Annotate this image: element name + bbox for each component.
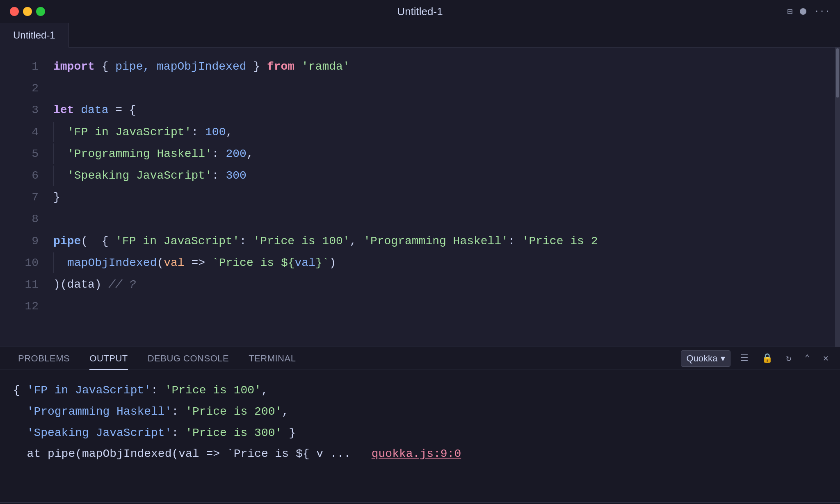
tab-terminal[interactable]: TERMINAL (239, 347, 306, 370)
code-line: pipe( { 'FP in JavaScript': 'Price is 10… (53, 230, 840, 252)
code-token: 'ramda' (301, 56, 350, 77)
code-token: pipe (53, 230, 81, 252)
notifications-icon[interactable]: 👤 (790, 503, 810, 504)
code-token: : (212, 143, 226, 165)
output-line: 'Programming Haskell': 'Price is 200', (13, 401, 827, 422)
code-token: = { (108, 99, 136, 121)
close-panel-icon[interactable]: ✕ (820, 351, 832, 366)
code-token: { (95, 56, 115, 77)
tab-debug-console[interactable]: DEBUG CONSOLE (138, 347, 239, 370)
title-bar-actions: ⊟ ··· (787, 6, 830, 17)
encoding[interactable]: UTF-8 (634, 503, 667, 504)
code-token: 'Programming Haskell' (67, 143, 212, 165)
tab-output[interactable]: OUTPUT (80, 347, 137, 370)
status-bar: ⊗ 0 △ 0 Quokka ↻ Initializing JS/TS lang… (0, 502, 840, 504)
indent-guide (53, 122, 54, 142)
code-line: 'FP in JavaScript': 100, (53, 121, 840, 143)
code-token: : (191, 121, 205, 143)
lock-icon[interactable]: 🔒 (758, 351, 776, 366)
output-line: { 'FP in JavaScript': 'Price is 100', (13, 380, 827, 401)
code-token: } (247, 56, 267, 77)
code-line: let data = { (53, 99, 840, 121)
code-token: val (295, 252, 315, 274)
code-token: , (226, 121, 233, 143)
code-line (53, 77, 840, 99)
status-dot (800, 8, 806, 15)
code-token: mapObjIndexed (67, 252, 157, 274)
code-line: import { pipe, mapObjIndexed } from 'ram… (53, 56, 840, 77)
quokka-link[interactable]: quokka.js:9:0 (372, 447, 461, 460)
quokka-status[interactable]: Quokka (52, 503, 90, 504)
panel: PROBLEMS OUTPUT DEBUG CONSOLE TERMINAL Q… (0, 347, 840, 502)
panel-actions: Quokka ▾ ☰ 🔒 ↻ ⌃ ✕ (681, 350, 832, 367)
status-bar-right: Ln 12, Col 1 Spaces: 2 UTF-8 LF JavaScri… (534, 503, 830, 504)
code-token: 'Speaking JavaScript' (67, 165, 212, 186)
code-token: } (53, 186, 60, 208)
code-token: `Price is ${ (212, 252, 295, 274)
quokka-timing: ✓ 251.01ms (735, 503, 790, 504)
code-token: val (164, 252, 184, 274)
more-actions-icon[interactable]: ··· (814, 7, 830, 17)
editor-tab[interactable]: Untitled-1 (0, 23, 69, 48)
cursor-position[interactable]: Ln 12, Col 1 (534, 503, 588, 504)
code-token (294, 56, 301, 77)
output-source-dropdown[interactable]: Quokka ▾ (681, 350, 730, 367)
code-token: ( { (81, 230, 115, 252)
code-token: import (53, 56, 95, 77)
panel-output: { 'FP in JavaScript': 'Price is 100', 'P… (0, 370, 840, 502)
collapse-panel-icon[interactable]: ⌃ (801, 351, 813, 366)
code-line: 'Programming Haskell': 200, (53, 143, 840, 165)
code-line (53, 295, 840, 317)
tab-problems[interactable]: PROBLEMS (8, 347, 80, 370)
code-token: => (185, 252, 212, 274)
traffic-lights (10, 7, 45, 16)
code-token: 'Price is 100' (253, 230, 349, 252)
window-title: Untitled-1 (397, 5, 443, 18)
output-line: at pipe(mapObjIndexed(val => `Price is $… (13, 443, 827, 465)
language-server-status: ↻ Initializing JS/TS language features (90, 503, 239, 504)
error-count[interactable]: ⊗ 0 △ 0 (10, 503, 52, 504)
code-token: 'FP in JavaScript' (67, 121, 191, 143)
code-token: 100 (205, 121, 226, 143)
line-numbers: 123456789101112 (0, 48, 45, 347)
split-editor-icon[interactable]: ⊟ (787, 6, 792, 17)
code-token: 'Programming Haskell' (363, 230, 508, 252)
code-token: 'FP in JavaScript' (115, 230, 239, 252)
bell-icon[interactable]: 🔔 (810, 503, 830, 504)
code-token: }` (315, 252, 329, 274)
refresh-icon[interactable]: ↻ (783, 351, 794, 366)
code-token: ( (157, 252, 164, 274)
code-line: } (53, 186, 840, 208)
editor-container: 123456789101112 import { pipe, mapObjInd… (0, 48, 840, 347)
code-line: )(data) // ? (53, 274, 840, 295)
code-token: data (81, 99, 108, 121)
code-token: , (247, 143, 253, 165)
code-token: 'Price is 2 (522, 230, 598, 252)
scrollbar-thumb[interactable] (836, 48, 839, 98)
code-token: 200 (226, 143, 246, 165)
code-token: : (240, 230, 253, 252)
editor-scrollbar[interactable] (835, 48, 840, 347)
chevron-down-icon: ▾ (721, 353, 725, 364)
code-token: : (212, 165, 226, 186)
close-button[interactable] (10, 7, 19, 16)
tab-bar: Untitled-1 (0, 23, 840, 48)
indent-guide (53, 143, 54, 164)
code-token: : (508, 230, 522, 252)
code-token: , (350, 230, 364, 252)
code-token: from (267, 56, 294, 77)
title-bar: Untitled-1 ⊟ ··· (0, 0, 840, 23)
code-line (53, 208, 840, 230)
code-token: ) (329, 252, 336, 274)
code-area[interactable]: import { pipe, mapObjIndexed } from 'ram… (45, 48, 840, 347)
line-ending[interactable]: LF (667, 503, 687, 504)
code-token: // ? (108, 274, 136, 295)
output-line: 'Speaking JavaScript': 'Price is 300' } (13, 422, 827, 444)
maximize-button[interactable] (36, 7, 45, 16)
indentation[interactable]: Spaces: 2 (588, 503, 634, 504)
code-token: pipe, mapObjIndexed (115, 56, 246, 77)
indent-guide (53, 252, 54, 273)
minimize-button[interactable] (23, 7, 32, 16)
clear-output-icon[interactable]: ☰ (737, 351, 752, 366)
language-mode[interactable]: JavaScript (687, 503, 735, 504)
